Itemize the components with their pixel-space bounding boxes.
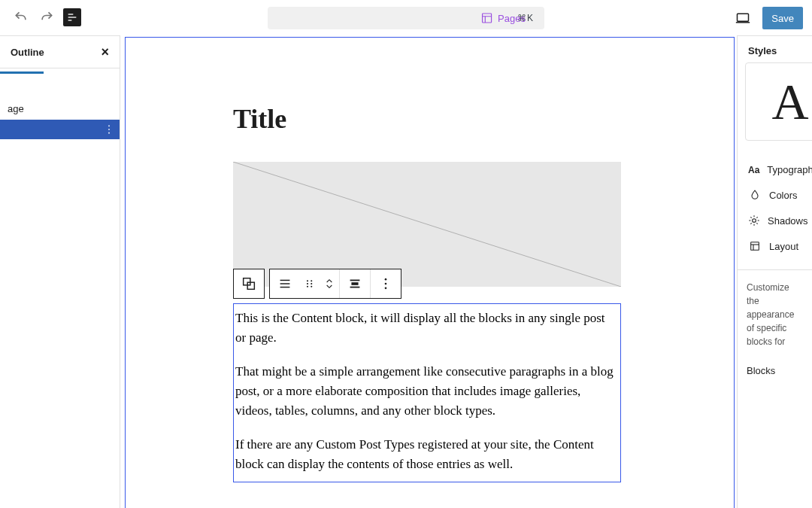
outline-panel: Outline × age (0, 35, 120, 508)
block-type-button[interactable] (234, 269, 264, 298)
content-paragraph: If there are any Custom Post Types regis… (235, 435, 617, 475)
outline-list: age (0, 98, 120, 139)
style-item-label: Layout (769, 241, 798, 252)
svg-point-17 (307, 280, 308, 281)
align-button[interactable] (270, 269, 300, 298)
topbar: Pages ⌘K Save (0, 0, 812, 35)
editor-canvas[interactable]: Title (120, 35, 737, 508)
outline-title: Outline (11, 47, 44, 58)
svg-rect-6 (738, 14, 749, 21)
topbar-right: Save (732, 7, 803, 29)
content-paragraph: That might be a simple arrangement like … (235, 362, 617, 421)
style-list: Aa Typography Colors Shadows Layout (738, 157, 812, 259)
svg-line-36 (750, 223, 751, 224)
list-view-button[interactable] (63, 8, 81, 26)
svg-line-34 (750, 217, 751, 217)
style-item-typography[interactable]: Aa Typography (738, 157, 812, 182)
block-toolbar (233, 269, 639, 299)
content-block[interactable]: This is the Content block, it will displ… (233, 303, 621, 482)
more-vertical-icon[interactable] (103, 123, 115, 135)
svg-rect-13 (247, 282, 254, 289)
svg-point-29 (753, 219, 756, 223)
svg-point-19 (307, 286, 308, 287)
command-pill[interactable]: Pages ⌘K (268, 7, 544, 29)
sidebar-item-page[interactable]: age (0, 98, 120, 120)
svg-rect-12 (244, 278, 250, 285)
save-button[interactable]: Save (762, 7, 803, 29)
document: Title (233, 103, 639, 482)
svg-point-18 (307, 283, 308, 284)
styles-panel-header: Styles (738, 36, 812, 62)
blocks-section: Customize the appearance of specific blo… (738, 269, 812, 389)
device-preview-button[interactable] (732, 8, 753, 29)
style-item-label: Typography (767, 164, 812, 175)
content-width-button[interactable] (340, 269, 370, 298)
undo-button[interactable] (11, 7, 32, 28)
svg-rect-38 (751, 242, 759, 251)
sidebar-item-selected[interactable] (0, 120, 120, 139)
svg-rect-3 (482, 14, 491, 23)
svg-line-35 (756, 223, 757, 224)
svg-point-10 (108, 132, 110, 134)
style-item-shadows[interactable]: Shadows (738, 208, 812, 233)
page-title[interactable]: Title (233, 103, 639, 135)
pages-icon (480, 11, 493, 25)
styles-title: Styles (748, 45, 777, 56)
styles-panel: Styles A Aa Typography Colors Shadows (737, 35, 812, 508)
svg-line-37 (756, 217, 757, 217)
main: Outline × age Title (0, 35, 812, 508)
toolbar-group-block (233, 269, 265, 299)
svg-point-8 (108, 125, 110, 126)
svg-point-27 (385, 283, 387, 285)
style-item-colors[interactable]: Colors (738, 182, 812, 208)
typography-icon: Aa (748, 165, 759, 175)
command-bar: Pages ⌘K (268, 7, 544, 29)
svg-point-28 (385, 287, 387, 290)
svg-point-20 (311, 280, 312, 281)
command-label: Pages (498, 13, 526, 24)
style-preview[interactable]: A (745, 62, 812, 141)
toolbar-group-main (269, 269, 401, 299)
svg-point-22 (311, 286, 312, 287)
blocks-description: Customize the appearance of specific blo… (747, 281, 803, 348)
blocks-link[interactable]: Blocks (747, 364, 803, 379)
preview-glyph: A (771, 72, 808, 132)
content-paragraph: This is the Content block, it will displ… (235, 309, 617, 348)
style-item-label: Colors (769, 190, 798, 201)
drop-icon (748, 189, 762, 201)
more-options-button[interactable] (371, 269, 401, 298)
svg-point-26 (385, 278, 387, 281)
drag-handle[interactable] (300, 269, 320, 298)
svg-point-9 (108, 129, 110, 130)
layout-icon (748, 240, 762, 252)
outline-panel-header: Outline × (0, 36, 120, 68)
svg-point-21 (311, 283, 312, 284)
redo-button[interactable] (36, 7, 57, 28)
style-item-label: Shadows (768, 215, 807, 227)
close-icon[interactable]: × (101, 45, 109, 59)
tab-indicator (0, 71, 44, 74)
sun-icon (748, 214, 760, 227)
style-item-layout[interactable]: Layout (738, 233, 812, 259)
move-block-button[interactable] (320, 269, 339, 298)
